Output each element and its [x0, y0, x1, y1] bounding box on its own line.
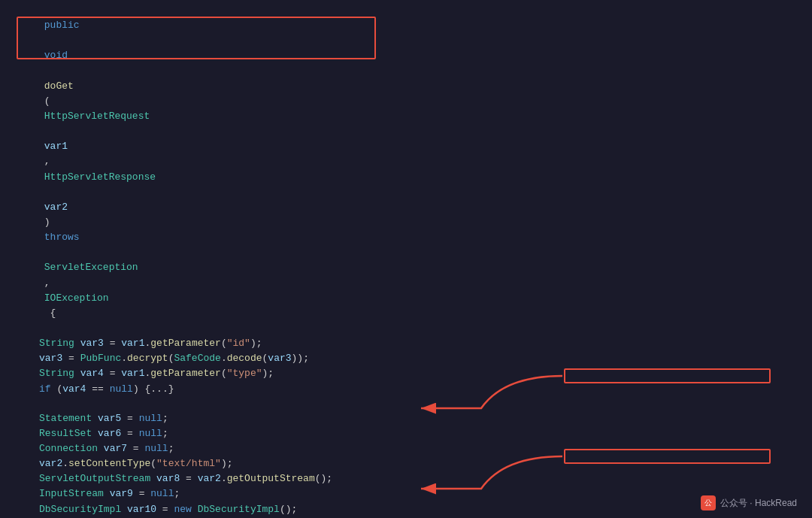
code-line-11: InputStream var9 = null;	[0, 486, 812, 501]
keyword-public: public	[44, 20, 80, 31]
exception-servletexception: ServletException	[44, 262, 138, 273]
token-plain: =	[121, 426, 138, 441]
token-plain: ) {...}	[133, 382, 174, 397]
token-plain	[192, 502, 198, 517]
token-plain	[150, 471, 156, 486]
token-class-name: SafeCode	[174, 351, 220, 366]
token-plain: );	[250, 336, 262, 351]
token-type: DbSecurityImpl	[39, 502, 121, 517]
token-plain	[98, 441, 104, 456]
token-plain: (	[221, 336, 227, 351]
token-plain	[74, 336, 80, 351]
token-plain: =	[133, 486, 150, 501]
token-method: decrypt	[127, 351, 168, 366]
token-plain: .	[121, 351, 127, 366]
code-line-4: if (var4 == null) {...}	[0, 382, 812, 397]
token-kw: null	[150, 486, 174, 501]
token-type: Statement	[39, 411, 92, 426]
token-plain: =	[156, 502, 174, 517]
token-var: var10	[127, 502, 156, 517]
token-var: var2	[198, 471, 221, 486]
token-var: var3	[268, 351, 291, 366]
token-plain: ==	[86, 382, 109, 397]
code-line-9: var2.setContentType("text/html");	[0, 456, 812, 471]
watermark: 公 公众号 · HackRead	[701, 495, 797, 510]
token-var: var9	[110, 486, 133, 501]
type-httpservletresponse: HttpServletResponse	[44, 171, 156, 183]
token-var: var3	[39, 351, 62, 366]
watermark-icon: 公	[701, 495, 716, 510]
token-kw: new	[174, 502, 191, 517]
watermark-text: 公众号 · HackRead	[720, 496, 797, 510]
keyword-throws: throws	[44, 232, 80, 243]
token-plain: .	[144, 366, 150, 381]
token-plain: =	[62, 351, 80, 366]
code-line-10: ServletOutputStream var8 = var2.getOutpu…	[0, 471, 812, 486]
token-method: getParameter	[150, 366, 221, 381]
code-line-6: Statement var5 = null;	[0, 411, 812, 426]
token-str: "text/html"	[156, 456, 221, 471]
code-line-3: String var4 = var1.getParameter("type");	[0, 366, 812, 381]
token-class-name: PubFunc	[80, 351, 122, 366]
token-var: var1	[121, 366, 144, 381]
token-str: "type"	[227, 366, 262, 381]
token-plain: (	[262, 351, 268, 366]
token-type: Connection	[39, 441, 98, 456]
token-var: var4	[80, 366, 104, 381]
token-type: String	[39, 336, 74, 351]
token-plain: ();	[315, 471, 332, 486]
token-plain: ));	[292, 351, 309, 366]
token-plain: .	[221, 351, 227, 366]
token-kw: null	[110, 382, 133, 397]
token-plain: ();	[280, 502, 297, 517]
code-line-2: var3 = PubFunc.decrypt(SafeCode.decode(v…	[0, 351, 812, 366]
token-method: decode	[227, 351, 262, 366]
token-var: var5	[98, 411, 121, 426]
token-plain	[104, 486, 110, 501]
var-var2: var2	[44, 201, 68, 213]
token-plain	[121, 502, 127, 517]
token-type: ResultSet	[39, 426, 92, 441]
token-method: getOutputStream	[227, 471, 315, 486]
token-var: var3	[80, 336, 104, 351]
var-var1: var1	[44, 141, 68, 152]
code-line-7: ResultSet var6 = null;	[0, 426, 812, 441]
code-line-1: String var3 = var1.getParameter("id");	[0, 336, 812, 351]
token-plain: (	[150, 456, 156, 471]
method-doget: doGet	[44, 80, 74, 92]
token-var: var8	[156, 471, 180, 486]
type-httpservletrequest: HttpServletRequest	[44, 111, 150, 122]
token-kw: null	[139, 426, 162, 441]
code-line-header: public void doGet ( HttpServletRequest v…	[0, 3, 812, 336]
token-plain: );	[262, 366, 274, 381]
token-type: String	[39, 366, 74, 381]
token-str: "id"	[227, 336, 250, 351]
token-var: var6	[98, 426, 121, 441]
token-kw: null	[139, 411, 162, 426]
code-line-12: DbSecurityImpl var10 = new DbSecurityImp…	[0, 502, 812, 517]
token-kw: null	[144, 441, 168, 456]
token-plain: (	[51, 382, 63, 397]
token-plain: =	[104, 336, 121, 351]
exception-ioexception: IOException	[44, 292, 109, 304]
token-plain	[92, 426, 98, 441]
token-plain	[74, 366, 80, 381]
token-kw: if	[39, 382, 51, 397]
token-plain: .	[144, 336, 150, 351]
token-plain: =	[180, 471, 197, 486]
token-var: var2	[39, 456, 62, 471]
code-line-5	[0, 397, 812, 411]
keyword-void: void	[44, 50, 68, 61]
token-plain: (	[221, 366, 227, 381]
token-plain: ;	[174, 486, 180, 501]
token-plain: ;	[162, 426, 168, 441]
token-plain: =	[121, 411, 138, 426]
token-type: InputStream	[39, 486, 104, 501]
token-plain: .	[62, 456, 68, 471]
token-plain: );	[221, 456, 233, 471]
code-container: public void doGet ( HttpServletRequest v…	[0, 0, 812, 518]
token-plain: ;	[162, 411, 168, 426]
code-line-8: Connection var7 = null;	[0, 441, 812, 456]
code-lines-container: String var3 = var1.getParameter("id");va…	[0, 336, 812, 518]
token-method: getParameter	[150, 336, 221, 351]
